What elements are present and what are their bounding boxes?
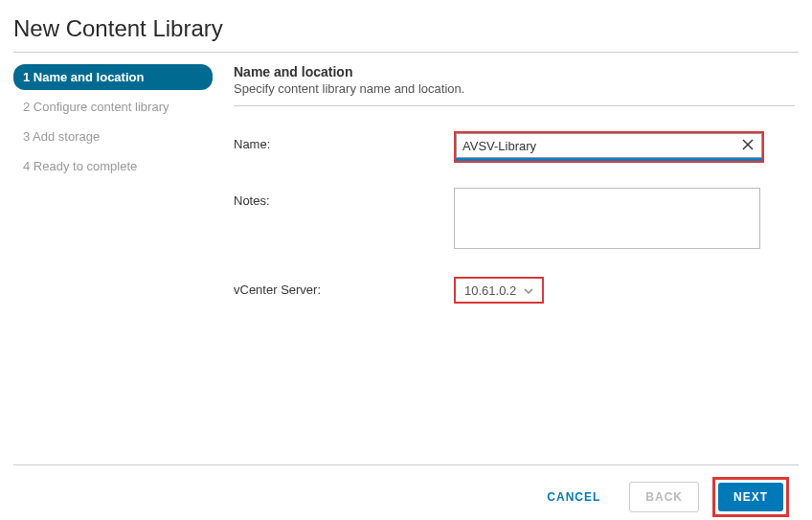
dialog-body: 1 Name and location 2 Configure content … [13,53,799,464]
vcenter-label: vCenter Server: [234,277,454,297]
highlight-name [454,131,764,163]
focus-underline [456,158,762,161]
notes-control [454,188,779,252]
vcenter-value: 10.61.0.2 [464,283,516,298]
clear-icon[interactable] [740,138,756,153]
vcenter-select[interactable]: 10.61.0.2 [456,279,542,302]
dialog-footer: CANCEL BACK NEXT [13,464,799,520]
highlight-next: NEXT [712,477,789,517]
wizard-content: Name and location Specify content librar… [220,53,799,464]
section-divider [234,105,795,106]
step-ready-to-complete: 4 Ready to complete [13,153,213,179]
section-subheading: Specify content library name and locatio… [234,81,795,96]
back-button: BACK [629,482,699,512]
step-name-and-location[interactable]: 1 Name and location [13,64,213,90]
section-heading: Name and location [234,64,795,79]
vcenter-control: 10.61.0.2 [454,277,779,304]
step-add-storage: 3 Add storage [13,124,213,149]
cancel-button[interactable]: CANCEL [531,483,616,511]
next-button[interactable]: NEXT [718,483,783,511]
highlight-vcenter: 10.61.0.2 [454,277,544,304]
step-configure-content-library: 2 Configure content library [13,94,213,120]
name-input[interactable] [457,134,738,157]
row-notes: Notes: [234,188,795,252]
notes-input[interactable] [454,188,760,249]
chevron-down-icon [524,283,533,298]
name-input-wrap [456,133,762,158]
row-vcenter: vCenter Server: 10.61.0.2 [234,277,795,304]
wizard-steps: 1 Name and location 2 Configure content … [13,53,220,464]
new-content-library-dialog: New Content Library 1 Name and location … [0,0,812,520]
notes-label: Notes: [234,188,454,208]
name-control [454,131,779,163]
name-label: Name: [234,131,454,151]
row-name: Name: [234,131,795,163]
dialog-title: New Content Library [13,15,799,42]
